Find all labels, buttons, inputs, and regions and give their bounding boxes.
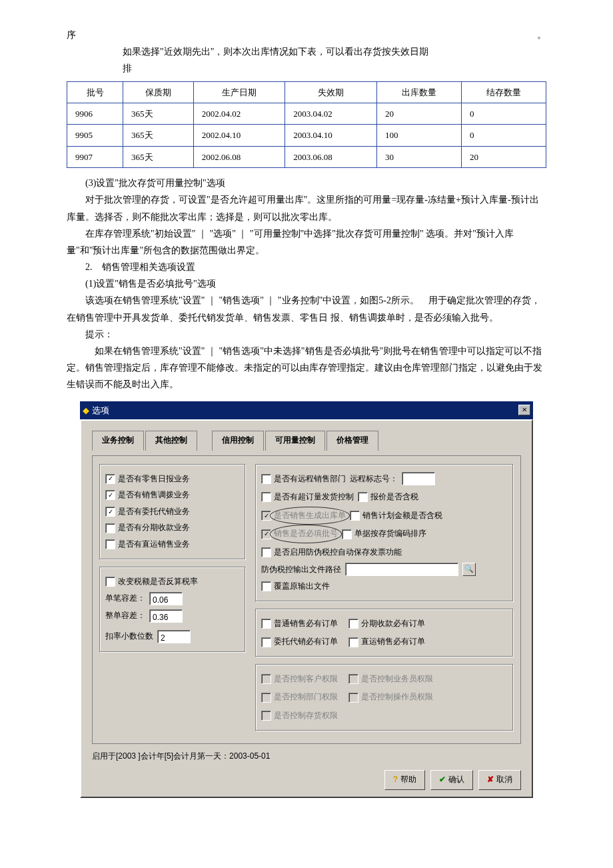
check-label: 是否控制存货权限 (274, 709, 338, 723)
checkbox-icon (261, 693, 271, 703)
checkbox-icon (261, 711, 271, 721)
doc-frag: 序 (67, 30, 76, 40)
doc-line: 排 (67, 60, 546, 77)
checkbox-row[interactable]: 是否有分期收款业务 (105, 521, 240, 535)
table-cell: 20 (377, 103, 462, 124)
tab-2[interactable]: 信用控制 (212, 431, 264, 451)
rate-dec-input[interactable]: 2 (157, 630, 191, 643)
checkbox-row[interactable]: 销售计划金额是否含税 (350, 509, 442, 523)
doc-body: 序 。 如果选择"近效期先出"，则本次出库情况如下表，可以看出存货按失效日期 排… (67, 27, 546, 393)
data-table: 批号保质期生产日期失效期出库数量结存数量 9906365天2002.04.022… (67, 81, 546, 169)
check-pair-row: 是否控制客户权限是否控制业务员权限 (261, 670, 508, 689)
checkbox-row[interactable]: 普通销售必有订单 (261, 617, 338, 631)
close-button[interactable]: ✕ (518, 405, 530, 415)
doc-para: (1)设置"销售是否必填批号"选项 (67, 275, 546, 292)
checkbox-icon (348, 693, 358, 703)
checkbox-row[interactable]: 是否有直运销售业务 (105, 537, 240, 552)
checkbox-icon (105, 523, 115, 533)
check-label: 是否有零售日报业务 (118, 472, 190, 487)
table-cell: 2003.04.02 (285, 103, 377, 124)
checkbox-row[interactable]: 单据按存货编码排序 (342, 527, 426, 541)
table-row: 9905365天2002.04.102003.04.101000 (67, 125, 546, 146)
checkbox-icon (261, 674, 271, 684)
tab-1[interactable]: 其他控制 (145, 431, 197, 451)
checkbox-icon (350, 511, 360, 521)
checkbox-row[interactable]: 委托代销必有订单 (261, 635, 338, 649)
checkbox-row[interactable]: 是否有零售日报业务 (105, 472, 240, 487)
checkbox-icon (261, 581, 271, 591)
check-label: 是否启用防伪税控自动保存发票功能 (274, 545, 402, 560)
left-check-group: 是否有零售日报业务是否有销售调拨业务是否有委托代销业务是否有分期收款业务是否有直… (99, 464, 246, 560)
check-label: 是否有委托代销业务 (118, 505, 190, 519)
checkbox-row[interactable]: 是否有委托代销业务 (105, 505, 240, 519)
tax-recalc-check[interactable]: 改变税额是否反算税率 (105, 575, 240, 589)
app-icon: ◆ (83, 405, 89, 415)
single-diff-input[interactable]: 0.06 (149, 592, 183, 605)
table-header: 出库数量 (377, 81, 462, 103)
check-label: 委托代销必有订单 (274, 635, 338, 649)
help-icon: ? (393, 773, 398, 787)
titlebar: ◆选项 ✕ (80, 401, 533, 419)
help-button[interactable]: ?帮助 (384, 770, 425, 790)
checkbox-row[interactable]: 是否有销售调拨业务 (105, 488, 240, 503)
checkbox-row[interactable]: 是否启用防伪税控自动保存发票功能 (261, 545, 508, 560)
tab-content: 是否有零售日报业务是否有销售调拨业务是否有委托代销业务是否有分期收款业务是否有直… (92, 455, 521, 744)
table-cell: 2003.04.10 (285, 125, 377, 146)
table-cell: 100 (377, 125, 462, 146)
table-cell: 365天 (123, 146, 194, 167)
checkbox-row[interactable]: 是否有远程销售部门 (261, 472, 346, 487)
right-group-a: 是否有远程销售部门远程标志号：是否有超订量发货控制报价是否含税是否销售生成出库单… (255, 464, 514, 602)
check-pair-row: 普通销售必有订单分期收款必有订单 (261, 615, 508, 633)
cancel-button[interactable]: ✘取消 (478, 770, 521, 790)
right-group-c: 是否控制客户权限是否控制业务员权限是否控制部门权限是否控制操作员权限是否控制存货… (255, 664, 514, 731)
browse-button[interactable]: 🔍 (462, 563, 476, 576)
check-composite-row: 销售是否必填批号单据按存货编码排序 (261, 525, 508, 543)
ok-button[interactable]: ✔确认 (430, 770, 473, 790)
checkbox-icon (105, 577, 115, 587)
check-label: 是否有销售调拨业务 (118, 488, 190, 503)
field-label: 整单容差： (105, 609, 145, 623)
check-label: 销售计划金额是否含税 (362, 509, 442, 523)
table-cell: 0 (461, 125, 546, 146)
checkbox-icon (261, 547, 271, 557)
check-icon: ✔ (439, 773, 446, 787)
doc-para: 在库存管理系统"初始设置" ｜ "选项" ｜ "可用量控制"中选择"批次存货可用… (67, 225, 546, 259)
anti-tax-path-input[interactable] (345, 563, 458, 576)
check-label: 单据按存货编码排序 (354, 527, 426, 541)
tab-3[interactable]: 可用量控制 (265, 431, 325, 451)
table-header: 生产日期 (193, 81, 285, 103)
checkbox-icon (105, 507, 115, 517)
checkbox-icon (348, 637, 358, 647)
doc-para: 提示： (67, 326, 546, 343)
checkbox-row[interactable]: 覆盖原输出文件 (261, 579, 508, 594)
screenshot-dialog: ◆选项 ✕ 业务控制其他控制信用控制可用量控制价格管理 是否有零售日报业务是否有… (80, 401, 533, 798)
table-header: 批号 (67, 81, 123, 103)
doc-para: 该选项在销售管理系统"设置" ｜ "销售选项" ｜ "业务控制"中设置，如图5-… (67, 292, 546, 325)
checkbox-row: 是否销售生成出库单 (261, 509, 346, 523)
button-row: ?帮助 ✔确认 ✘取消 (92, 770, 521, 790)
tab-4[interactable]: 价格管理 (326, 431, 378, 451)
table-cell: 365天 (123, 103, 194, 124)
check-label: 是否有远程销售部门 (274, 472, 346, 487)
check-label: 是否控制部门权限 (274, 690, 338, 705)
tab-0[interactable]: 业务控制 (92, 431, 144, 451)
whole-diff-input[interactable]: 0.36 (149, 609, 183, 623)
checkbox-row[interactable]: 直运销售必有订单 (348, 635, 425, 649)
remote-flag-input[interactable] (402, 472, 435, 485)
checkbox-icon (348, 674, 358, 684)
checkbox-icon (348, 619, 358, 629)
checkbox-row[interactable]: 报价是否含税 (358, 490, 418, 505)
checkbox-row[interactable]: 是否有超订量发货控制 (261, 490, 354, 505)
whole-diff-row: 整单容差： 0.36 (105, 609, 240, 623)
table-cell: 2002.06.08 (193, 146, 285, 167)
checkbox-icon (105, 539, 115, 549)
checkbox-icon (261, 492, 271, 502)
checkbox-row[interactable]: 分期收款必有订单 (348, 617, 425, 631)
check-label: 是否控制操作员权限 (361, 690, 433, 705)
checkbox-row: 销售是否必填批号 (261, 527, 338, 541)
check-pair-row: 是否控制存货权限 (261, 707, 508, 725)
checkbox-icon (358, 492, 368, 502)
check-composite-row: 是否销售生成出库单销售计划金额是否含税 (261, 507, 508, 525)
checkbox-icon (105, 490, 115, 500)
checkbox-icon (261, 529, 271, 539)
